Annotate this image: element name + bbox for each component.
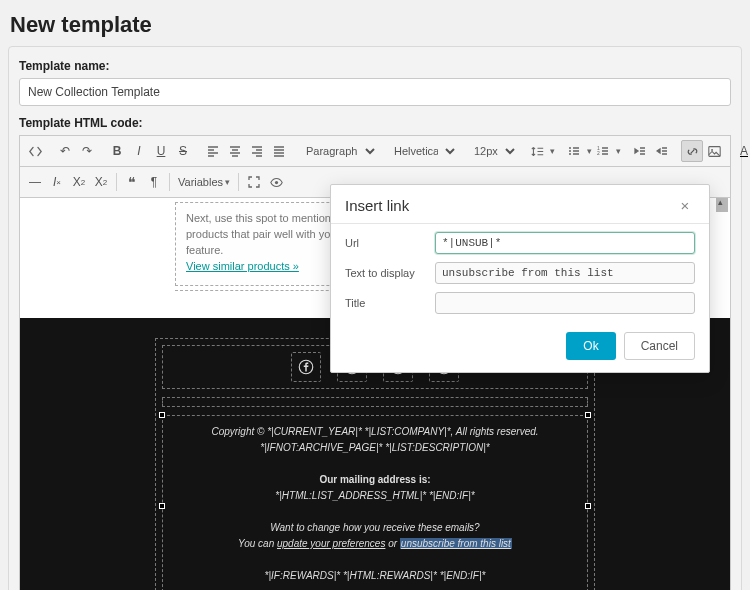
cancel-button[interactable]: Cancel xyxy=(624,332,695,360)
chevron-down-icon[interactable]: ▾ xyxy=(550,146,555,156)
align-justify-icon[interactable] xyxy=(268,140,290,162)
block-format-select[interactable]: Paragraph xyxy=(298,140,378,162)
insert-link-icon[interactable] xyxy=(681,140,703,162)
template-name-label: Template name: xyxy=(19,59,731,73)
template-html-label: Template HTML code: xyxy=(19,116,731,130)
chevron-down-icon[interactable]: ▾ xyxy=(616,146,621,156)
redo-icon[interactable]: ↷ xyxy=(76,140,98,162)
url-input[interactable] xyxy=(435,232,695,254)
source-code-icon[interactable] xyxy=(24,140,46,162)
underline-icon[interactable]: U xyxy=(150,140,172,162)
address-heading: Our mailing address is: xyxy=(319,474,430,485)
svg-text:2: 2 xyxy=(597,150,600,156)
svg-point-6 xyxy=(711,148,713,150)
outdent-icon[interactable] xyxy=(629,140,651,162)
resize-handle-icon[interactable] xyxy=(585,412,591,418)
strikethrough-icon[interactable]: S xyxy=(172,140,194,162)
line-height-icon[interactable] xyxy=(526,140,548,162)
text-color-icon[interactable]: A xyxy=(733,140,750,162)
undo-icon[interactable]: ↶ xyxy=(54,140,76,162)
insert-link-dialog: Insert link × Url Text to display Title … xyxy=(330,184,710,373)
text-display-label: Text to display xyxy=(345,267,435,279)
facebook-icon[interactable] xyxy=(291,352,321,382)
variables-dropdown[interactable]: Variables▾ xyxy=(174,171,234,193)
paragraph-icon[interactable]: ¶ xyxy=(143,171,165,193)
view-similar-link[interactable]: View similar products » xyxy=(186,260,299,272)
close-icon[interactable]: × xyxy=(675,195,695,215)
svg-point-0 xyxy=(569,147,571,149)
align-right-icon[interactable] xyxy=(246,140,268,162)
align-center-icon[interactable] xyxy=(224,140,246,162)
template-name-input[interactable] xyxy=(19,78,731,106)
fullscreen-icon[interactable] xyxy=(243,171,265,193)
unsubscribe-link[interactable]: unsubscribe from this list xyxy=(400,538,512,549)
resize-handle-icon[interactable] xyxy=(159,503,165,509)
title-input[interactable] xyxy=(435,292,695,314)
resize-handle-icon[interactable] xyxy=(159,412,165,418)
update-preferences-link[interactable]: update your preferences xyxy=(277,538,385,549)
address-text: *|HTML:LIST_ADDRESS_HTML|* *|END:IF|* xyxy=(275,490,474,501)
bullet-list-icon[interactable] xyxy=(563,140,585,162)
page-title: New template xyxy=(0,0,750,46)
subscript-icon[interactable]: X2 xyxy=(68,171,90,193)
change-prefix: You can xyxy=(238,538,277,549)
copyright-text: Copyright © *|CURRENT_YEAR|* *|LIST:COMP… xyxy=(211,426,538,437)
change-question: Want to change how you receive these ema… xyxy=(270,522,479,533)
indent-icon[interactable] xyxy=(651,140,673,162)
insert-image-icon[interactable] xyxy=(703,140,725,162)
bold-icon[interactable]: B xyxy=(106,140,128,162)
title-label: Title xyxy=(345,297,435,309)
text-display-input[interactable] xyxy=(435,262,695,284)
or-text: or xyxy=(388,538,400,549)
ok-button[interactable]: Ok xyxy=(566,332,615,360)
preview-icon[interactable] xyxy=(265,171,287,193)
archive-text: *|IFNOT:ARCHIVE_PAGE|* *|LIST:DESCRIPTIO… xyxy=(260,442,489,453)
footer-text-block[interactable]: Copyright © *|CURRENT_YEAR|* *|LIST:COMP… xyxy=(162,415,588,590)
svg-point-1 xyxy=(569,150,571,152)
rewards-text: *|IF:REWARDS|* *|HTML:REWARDS|* *|END:IF… xyxy=(265,570,486,581)
clear-format-icon[interactable]: I× xyxy=(46,171,68,193)
url-label: Url xyxy=(345,237,435,249)
footer-divider-block[interactable] xyxy=(162,397,588,407)
svg-point-2 xyxy=(569,153,571,155)
dialog-title: Insert link xyxy=(345,197,409,214)
font-size-select[interactable]: 12px xyxy=(466,140,518,162)
superscript-icon[interactable]: X2 xyxy=(90,171,112,193)
font-family-select[interactable]: Helvetica xyxy=(386,140,458,162)
hr-icon[interactable]: — xyxy=(24,171,46,193)
align-left-icon[interactable] xyxy=(202,140,224,162)
svg-point-7 xyxy=(274,180,277,183)
blockquote-icon[interactable]: ❝ xyxy=(121,171,143,193)
italic-icon[interactable]: I xyxy=(128,140,150,162)
resize-handle-icon[interactable] xyxy=(585,503,591,509)
numbered-list-icon[interactable]: 12 xyxy=(592,140,614,162)
